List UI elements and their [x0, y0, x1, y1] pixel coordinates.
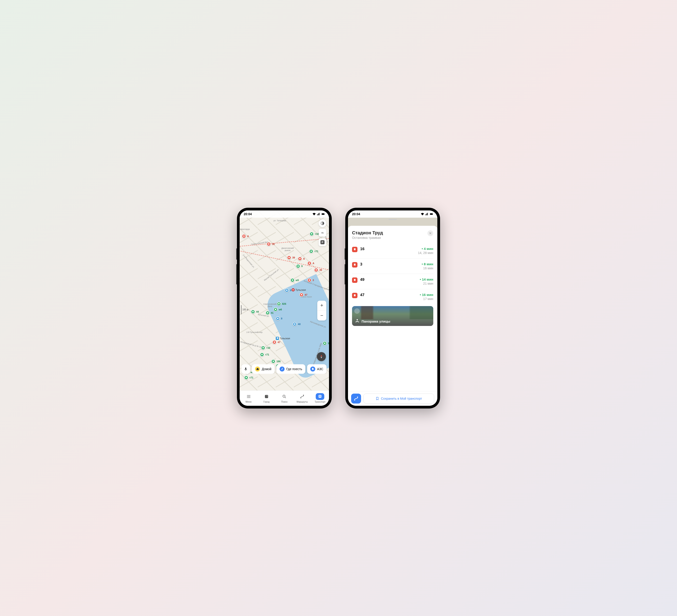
- compass-icon: [319, 354, 324, 359]
- wifi-icon: [312, 212, 316, 216]
- transit-marker[interactable]: м6: [273, 307, 282, 312]
- chip-label: Где поесть: [286, 367, 302, 371]
- transit-marker[interactable]: 39: [314, 268, 323, 272]
- svg-rect-17: [252, 311, 254, 312]
- bottom-nav: Меню Город Поиск Маршруты Транспорт: [240, 390, 329, 406]
- transit-marker[interactable]: А: [307, 261, 315, 265]
- nav-label: Меню: [245, 400, 252, 403]
- phone-mockup-map: 20:04 ул. Татищева Серпуховский Вал Дани…: [237, 208, 332, 409]
- transit-marker[interactable]: А: [242, 234, 250, 238]
- transit-marker[interactable]: 41: [266, 311, 274, 315]
- home-icon: [255, 367, 260, 372]
- route-row[interactable]: 16 4 мин 14, 28 мин: [352, 243, 433, 258]
- street-label: ул. Татищева: [273, 220, 286, 222]
- city-icon: [264, 394, 269, 399]
- svg-rect-32: [312, 368, 313, 370]
- nav-city[interactable]: Город: [259, 393, 274, 403]
- nav-routes[interactable]: Маршруты: [294, 393, 310, 403]
- tram-icon: [352, 262, 357, 268]
- tram-icon: [352, 293, 357, 298]
- svg-rect-33: [265, 395, 268, 398]
- svg-point-34: [267, 396, 267, 396]
- layers-button[interactable]: [319, 220, 326, 227]
- svg-point-51: [354, 280, 355, 281]
- svg-rect-15: [292, 279, 293, 281]
- transit-marker[interactable]: 186: [271, 359, 281, 363]
- transit-marker[interactable]: т71: [260, 352, 270, 357]
- svg-rect-13: [311, 250, 312, 252]
- rail-name: Тульская: [280, 337, 290, 340]
- svg-point-55: [355, 296, 355, 296]
- save-transport-button[interactable]: Сохранить в Мой транспорт: [363, 393, 434, 404]
- transit-marker[interactable]: т10: [261, 346, 271, 350]
- build-route-button[interactable]: [351, 393, 361, 404]
- nav-label: Поиск: [281, 400, 287, 403]
- transit-marker[interactable]: 9: [296, 264, 303, 268]
- svg-rect-28: [277, 318, 278, 319]
- transit-marker[interactable]: т10: [310, 232, 320, 236]
- svg-rect-9: [309, 279, 310, 281]
- nav-search[interactable]: Поиск: [276, 393, 292, 403]
- zoom-out-button[interactable]: −: [317, 311, 326, 321]
- nav-transport[interactable]: Транспорт: [312, 393, 328, 403]
- transit-marker[interactable]: т71: [244, 376, 254, 380]
- panorama-label: Панорама улицы: [362, 319, 390, 323]
- transit-marker[interactable]: 3: [307, 278, 315, 282]
- transit-marker[interactable]: 39: [267, 242, 275, 246]
- route-row[interactable]: 49 14 мин 21 мин: [352, 274, 433, 289]
- transit-marker[interactable]: 8: [285, 288, 292, 292]
- svg-rect-22: [273, 361, 274, 362]
- route-row[interactable]: 47 16 мин 17 мин: [352, 289, 433, 304]
- transit-marker[interactable]: т71: [309, 249, 319, 253]
- traffic-button[interactable]: 41: [319, 229, 326, 237]
- route-eta: 14 мин: [420, 277, 433, 281]
- transit-marker[interactable]: м5: [290, 278, 300, 282]
- nav-label: Город: [263, 400, 269, 403]
- gas-icon: [310, 367, 315, 372]
- transit-marker[interactable]: 47: [300, 293, 308, 297]
- svg-rect-53: [354, 294, 356, 296]
- panorama-button[interactable]: Панорама улицы: [352, 306, 433, 326]
- mic-icon: [244, 367, 248, 371]
- svg-point-35: [283, 395, 285, 397]
- zoom-in-button[interactable]: +: [317, 301, 326, 311]
- route-times: 14 мин 21 мин: [420, 277, 433, 285]
- screen-stop-detail: 20:04 Стадион Труд Остановка трамвая: [348, 210, 437, 406]
- transit-marker[interactable]: 8: [276, 317, 283, 321]
- sheet-handle[interactable]: [389, 219, 397, 220]
- route-row[interactable]: 3 8 мин 16 мин: [352, 258, 433, 274]
- svg-rect-14: [298, 265, 299, 267]
- transit-marker[interactable]: 39: [287, 255, 296, 259]
- svg-rect-3: [243, 235, 244, 237]
- poi-label: Серпуховский Двор: [263, 303, 276, 307]
- map-view[interactable]: ул. Татищева Серпуховский Вал Даниловски…: [240, 210, 329, 390]
- svg-rect-26: [324, 342, 325, 344]
- wifi-icon: [421, 212, 424, 216]
- route-times: 8 мин 16 мин: [422, 262, 433, 270]
- route-next: 16 мин: [422, 267, 433, 270]
- metro-station[interactable]: М Тульская: [291, 288, 306, 291]
- transit-marker[interactable]: А: [298, 257, 306, 261]
- transit-marker[interactable]: 47: [272, 340, 281, 344]
- food-icon: [280, 367, 284, 372]
- chip-home[interactable]: Домой: [252, 364, 275, 374]
- transit-marker[interactable]: 99: [323, 341, 329, 345]
- close-icon: [429, 232, 432, 235]
- metro-station[interactable]: Тульская: [276, 337, 290, 340]
- route-eta: 8 мин: [422, 262, 433, 266]
- chip-eat[interactable]: Где поесть: [276, 364, 305, 374]
- nav-label: Маршруты: [297, 400, 308, 403]
- transit-marker[interactable]: 40: [293, 322, 301, 326]
- compass-button[interactable]: [317, 352, 326, 361]
- nav-menu[interactable]: Меню: [241, 393, 257, 403]
- transit-marker[interactable]: 826: [277, 302, 287, 306]
- svg-rect-31: [245, 368, 246, 370]
- voice-button[interactable]: [241, 364, 250, 374]
- route-number: 16: [360, 247, 415, 251]
- parking-button[interactable]: P: [319, 238, 326, 246]
- close-button[interactable]: [427, 230, 433, 236]
- battery-icon: [321, 212, 325, 216]
- chip-gas[interactable]: АЗС: [307, 364, 326, 374]
- transit-marker[interactable]: 44: [251, 310, 260, 314]
- route-number: 49: [360, 277, 417, 282]
